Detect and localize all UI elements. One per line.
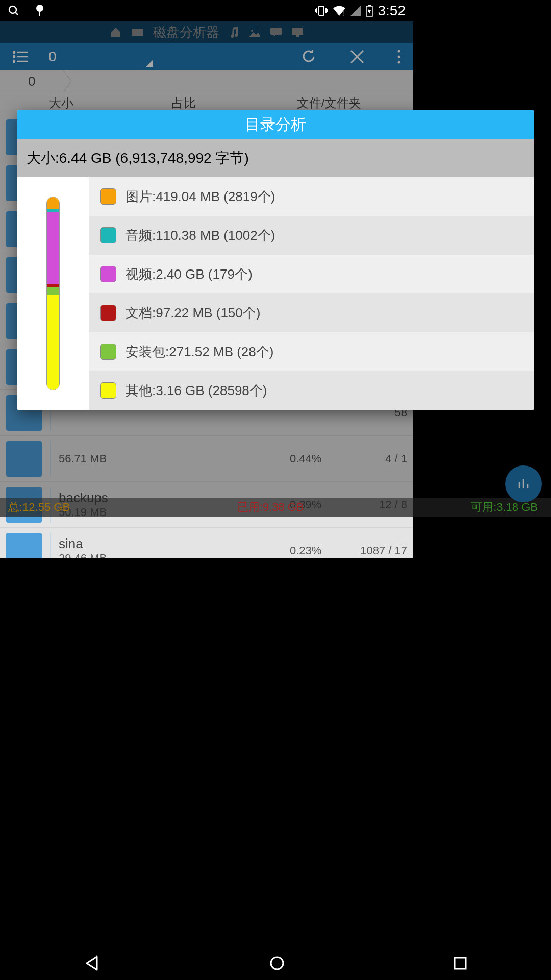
svg-rect-3 <box>39 11 40 16</box>
color-swatch <box>100 344 116 360</box>
category-label: 视频:2.40 GB (179个) <box>126 265 253 283</box>
bar-segment <box>47 197 59 209</box>
color-swatch <box>100 305 116 321</box>
status-bar: ! 3:52 <box>0 0 413 21</box>
dialog-title: 目录分析 <box>17 110 413 139</box>
category-list: 图片:419.04 MB (2819个)音频:110.38 MB (1002个)… <box>89 177 413 410</box>
battery-icon <box>366 5 373 17</box>
signal-icon <box>350 6 361 16</box>
category-row[interactable]: 文档:97.22 MB (150个) <box>89 293 413 332</box>
analysis-dialog: 目录分析 大小:6.44 GB (6,913,748,992 字节) 图片:41… <box>17 110 413 410</box>
color-swatch <box>100 227 116 243</box>
vibrate-icon <box>315 5 328 16</box>
category-row[interactable]: 视频:2.40 GB (179个) <box>89 255 413 293</box>
svg-rect-11 <box>368 5 371 6</box>
category-label: 其他:3.16 GB (28598个) <box>126 382 267 400</box>
bar-segment <box>47 212 59 284</box>
wifi-icon: ! <box>333 6 345 16</box>
search-icon <box>8 5 20 17</box>
category-label: 音频:110.38 MB (1002个) <box>126 227 275 244</box>
svg-text:!: ! <box>342 10 344 16</box>
status-time: 3:52 <box>378 3 406 19</box>
file-row[interactable]: sina29.46 MB0.23%1087 / 17 <box>0 528 413 558</box>
category-row[interactable]: 音频:110.38 MB (1002个) <box>89 216 413 255</box>
android-icon <box>34 4 45 17</box>
category-row[interactable]: 安装包:271.52 MB (28个) <box>89 332 413 371</box>
category-row[interactable]: 其他:3.16 GB (28598个) <box>89 371 413 410</box>
color-swatch <box>100 382 116 399</box>
dialog-subtitle: 大小:6.44 GB (6,913,748,992 字节) <box>17 139 413 177</box>
svg-point-2 <box>36 5 43 12</box>
svg-point-0 <box>9 6 16 13</box>
svg-line-1 <box>15 12 18 15</box>
color-swatch <box>100 188 116 205</box>
color-swatch <box>100 266 116 282</box>
bar-segment <box>47 295 59 390</box>
bar-segment <box>47 287 59 296</box>
category-label: 安装包:271.52 MB (28个) <box>126 343 273 361</box>
category-label: 文档:97.22 MB (150个) <box>126 304 260 322</box>
category-label: 图片:419.04 MB (2819个) <box>126 188 275 206</box>
svg-rect-4 <box>319 6 324 15</box>
category-row[interactable]: 图片:419.04 MB (2819个) <box>89 177 413 216</box>
folder-icon <box>6 533 42 559</box>
stacked-bar-chart <box>46 197 60 390</box>
